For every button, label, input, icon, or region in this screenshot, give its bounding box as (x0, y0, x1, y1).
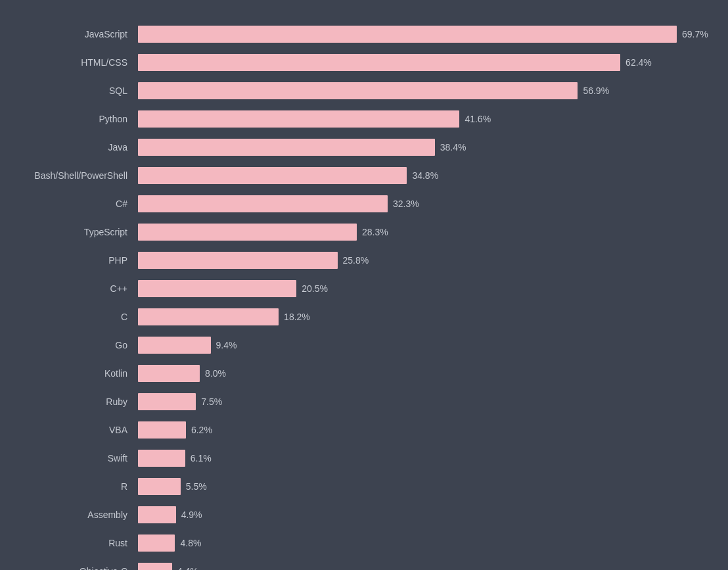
bar-area: 8.0% (138, 365, 689, 382)
bar-area: 69.7% (138, 26, 708, 43)
bar-label: R (0, 481, 138, 492)
bar-row: HTML/CSS62.4% (0, 48, 689, 76)
bar-row: TypeScript28.3% (0, 218, 689, 246)
bar-pct-label: 20.5% (302, 283, 328, 294)
bar (138, 421, 186, 439)
bar-row: Swift6.1% (0, 444, 689, 472)
bar-pct-label: 56.9% (583, 85, 609, 96)
bar-pct-label: 4.9% (181, 510, 202, 520)
bar-row: VBA6.2% (0, 416, 689, 444)
bar (138, 139, 435, 156)
bar-pct-label: 8.0% (205, 368, 226, 379)
bar-pct-label: 9.4% (216, 340, 237, 350)
bar-row: Objective-C4.4% (0, 557, 689, 570)
bar-area: 32.3% (138, 195, 689, 212)
bar (138, 534, 175, 552)
bar-label: Python (0, 114, 138, 124)
bar-label: Assembly (0, 510, 138, 520)
bar (138, 478, 181, 495)
bar-pct-label: 32.3% (393, 199, 419, 209)
bar (138, 224, 357, 241)
bar-row: PHP25.8% (0, 246, 689, 274)
bar-pct-label: 6.1% (191, 453, 212, 463)
bar-area: 5.5% (138, 478, 689, 495)
bar-row: Kotlin8.0% (0, 359, 689, 387)
bar-row: Assembly4.9% (0, 500, 689, 529)
bar-area: 4.9% (138, 506, 689, 523)
bar-label: C (0, 312, 138, 322)
bar-pct-label: 4.8% (180, 538, 201, 548)
bar-row: Go9.4% (0, 331, 689, 359)
bar-label: JavaScript (0, 29, 138, 39)
bar-label: Kotlin (0, 368, 138, 379)
bar-area: 41.6% (138, 110, 689, 128)
bar-pct-label: 7.5% (201, 396, 222, 407)
bar-label: Ruby (0, 396, 138, 407)
bar-label: VBA (0, 425, 138, 435)
bar-area: 7.5% (138, 393, 689, 410)
bar-pct-label: 5.5% (186, 481, 207, 492)
bar-area: 9.4% (138, 337, 689, 354)
bar-label: Bash/Shell/PowerShell (0, 170, 138, 181)
bar (138, 506, 176, 523)
bar-area: 38.4% (138, 139, 689, 156)
bar (138, 563, 172, 571)
bar-label: PHP (0, 255, 138, 266)
bar (138, 195, 388, 212)
bar-area: 4.8% (138, 534, 689, 552)
bar-label: Go (0, 340, 138, 350)
bar-area: 28.3% (138, 224, 689, 241)
bar-row: JavaScript69.7% (0, 20, 689, 48)
bar (138, 280, 296, 297)
bar-label: Java (0, 142, 138, 153)
bar-pct-label: 18.2% (284, 312, 310, 322)
bar-label: Rust (0, 538, 138, 548)
bar-row: Python41.6% (0, 105, 689, 133)
bar (138, 82, 578, 99)
bar-area: 18.2% (138, 308, 689, 325)
bar-row: C++20.5% (0, 274, 689, 302)
bar (138, 26, 677, 43)
bar-label: Swift (0, 453, 138, 463)
bar-row: Java38.4% (0, 133, 689, 161)
bar-row: Bash/Shell/PowerShell34.8% (0, 161, 689, 189)
bar-area: 34.8% (138, 167, 689, 184)
bar-label: TypeScript (0, 227, 138, 237)
bar-pct-label: 69.7% (682, 29, 708, 39)
bar-row: C#32.3% (0, 189, 689, 218)
bar-pct-label: 28.3% (362, 227, 388, 237)
bar-label: C++ (0, 283, 138, 294)
bar-row: C18.2% (0, 302, 689, 331)
bar-area: 4.4% (138, 563, 689, 571)
bar-pct-label: 38.4% (440, 142, 466, 153)
bar (138, 365, 200, 382)
bar-pct-label: 25.8% (343, 255, 369, 266)
bar-label: Objective-C (0, 566, 138, 571)
bar (138, 167, 407, 184)
bar-label: C# (0, 199, 138, 209)
bar-pct-label: 41.6% (465, 114, 491, 124)
bar (138, 54, 620, 71)
bar-row: Ruby7.5% (0, 387, 689, 416)
chart-container: JavaScript69.7%HTML/CSS62.4%SQL56.9%Pyth… (0, 13, 715, 570)
bar-area: 25.8% (138, 252, 689, 269)
bar-row: R5.5% (0, 472, 689, 500)
bar-pct-label: 6.2% (191, 425, 212, 435)
bar-pct-label: 4.4% (177, 566, 198, 571)
bar (138, 393, 196, 410)
bar (138, 252, 338, 269)
bar-label: HTML/CSS (0, 57, 138, 68)
bar-area: 6.1% (138, 450, 689, 467)
bar-row: SQL56.9% (0, 76, 689, 105)
bar-area: 56.9% (138, 82, 689, 99)
bar (138, 450, 185, 467)
bar (138, 308, 279, 325)
bar (138, 110, 459, 128)
bar-label: SQL (0, 85, 138, 96)
bar-area: 62.4% (138, 54, 689, 71)
bar-row: Rust4.8% (0, 529, 689, 557)
bar-pct-label: 34.8% (412, 170, 438, 181)
bar-area: 6.2% (138, 421, 689, 439)
bar-pct-label: 62.4% (626, 57, 652, 68)
bar (138, 337, 211, 354)
